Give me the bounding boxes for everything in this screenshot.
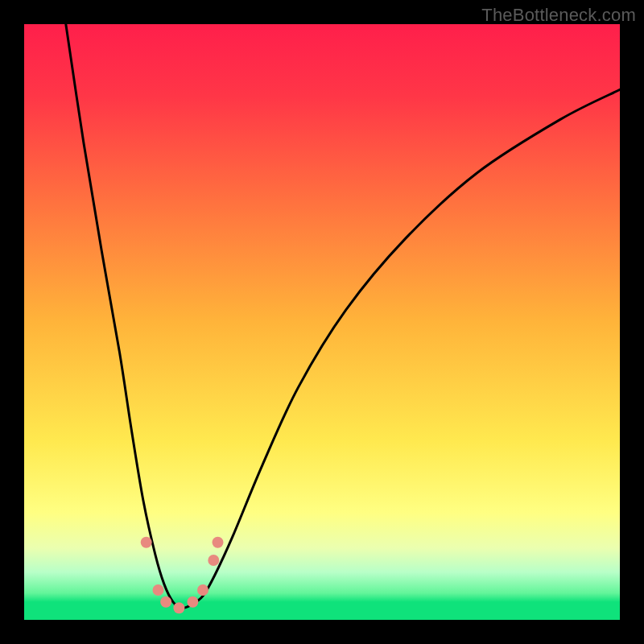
curve-marker bbox=[141, 537, 152, 548]
watermark-text: TheBottleneck.com bbox=[481, 5, 636, 26]
curve-layer bbox=[24, 24, 620, 620]
plot-area bbox=[24, 24, 620, 620]
curve-marker bbox=[208, 555, 219, 566]
curve-marker bbox=[187, 597, 198, 608]
chart-frame: TheBottleneck.com bbox=[0, 0, 644, 644]
curve-marker bbox=[173, 602, 184, 613]
curve-marker bbox=[197, 584, 208, 596]
curve-marker bbox=[160, 597, 171, 608]
curve-marker bbox=[213, 537, 224, 548]
bottleneck-curve bbox=[66, 24, 620, 608]
curve-marker bbox=[153, 584, 164, 596]
